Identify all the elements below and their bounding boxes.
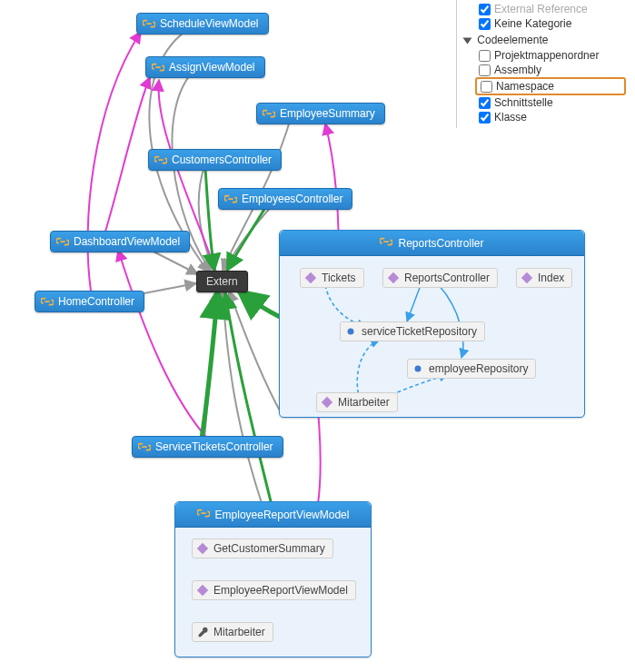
filter-group-codeelemente[interactable]: Codeelemente <box>462 31 626 48</box>
class-icon <box>41 295 54 308</box>
filter-item-external-reference[interactable]: External Reference <box>462 2 626 16</box>
filter-panel: External Reference Keine Kategorie Codee… <box>456 0 626 128</box>
group-header[interactable]: EmployeeReportViewModel <box>175 502 371 528</box>
member-getcustomersummary[interactable]: GetCustomerSummary <box>192 539 333 558</box>
member-label: ReportsController <box>404 272 490 284</box>
group-title: ReportsController <box>398 237 483 250</box>
svg-rect-6 <box>197 543 208 554</box>
node-label: EmployeeSummary <box>280 107 375 120</box>
filter-label: Projektmappenordner <box>494 49 599 62</box>
group-title: EmployeeReportViewModel <box>215 509 350 521</box>
class-icon <box>154 153 167 166</box>
filter-item-keine-kategorie[interactable]: Keine Kategorie <box>462 16 626 31</box>
node-scheduleviewmodel[interactable]: ScheduleViewModel <box>136 13 269 35</box>
member-label: Index <box>538 272 564 284</box>
class-icon <box>263 107 275 120</box>
method-icon <box>196 584 209 597</box>
svg-rect-7 <box>197 585 208 596</box>
svg-point-4 <box>415 366 422 372</box>
method-icon <box>196 542 209 555</box>
node-label: ScheduleViewModel <box>160 17 259 30</box>
member-label: Mitarbeiter <box>338 396 390 409</box>
expand-icon <box>463 37 472 44</box>
member-label: employeeRepository <box>429 362 528 375</box>
field-icon <box>344 325 357 338</box>
class-icon <box>138 440 151 453</box>
filter-item-schnittstelle[interactable]: Schnittstelle <box>462 95 626 110</box>
svg-rect-2 <box>521 272 532 283</box>
class-icon <box>56 235 69 248</box>
group-header[interactable]: ReportsController <box>280 231 584 256</box>
node-employeesummary[interactable]: EmployeeSummary <box>256 103 385 124</box>
member-label: EmployeeReportViewModel <box>213 584 348 597</box>
node-label: CustomersController <box>172 153 272 166</box>
node-label: AssignViewModel <box>169 61 255 74</box>
node-homecontroller[interactable]: HomeController <box>35 291 144 312</box>
checkbox[interactable] <box>479 4 491 15</box>
svg-point-3 <box>348 329 354 335</box>
member-serviceticketrepository[interactable]: serviceTicketRepository <box>340 321 485 341</box>
filter-label: Namespace <box>496 80 554 93</box>
node-customerscontroller[interactable]: CustomersController <box>148 149 282 171</box>
member-label: Mitarbeiter <box>213 626 265 638</box>
filter-item-klasse[interactable]: Klasse <box>462 110 626 124</box>
filter-group-label: Codeelemente <box>477 34 548 46</box>
group-employeereportviewmodel[interactable]: EmployeeReportViewModel GetCustomerSumma… <box>174 501 372 657</box>
class-icon <box>224 193 237 205</box>
node-label: HomeController <box>58 295 134 308</box>
node-label: DashboardViewModel <box>74 235 180 248</box>
filter-item-projektmappenordner[interactable]: Projektmappenordner <box>462 48 626 63</box>
node-serviceticketscontroller[interactable]: ServiceTicketsController <box>132 436 283 458</box>
class-icon <box>143 17 155 30</box>
member-label: serviceTicketRepository <box>362 325 477 338</box>
checkbox[interactable] <box>479 64 491 76</box>
class-icon <box>152 61 164 74</box>
node-label: EmployeesController <box>242 193 342 205</box>
method-icon <box>387 272 400 284</box>
member-reportscontroller[interactable]: ReportsController <box>382 268 498 288</box>
svg-rect-0 <box>305 272 316 283</box>
filter-item-namespace[interactable]: Namespace <box>475 77 626 95</box>
svg-rect-1 <box>388 272 399 283</box>
member-employeerepository[interactable]: employeeRepository <box>407 359 536 379</box>
member-tickets[interactable]: Tickets <box>300 268 364 288</box>
member-label: GetCustomerSummary <box>213 542 325 555</box>
checkbox[interactable] <box>479 18 491 30</box>
checkbox[interactable] <box>479 97 491 109</box>
field-icon <box>412 362 424 375</box>
property-icon <box>196 626 209 638</box>
node-dashboardviewmodel[interactable]: DashboardViewModel <box>50 231 190 252</box>
node-label: ServiceTicketsController <box>155 440 273 453</box>
svg-rect-5 <box>322 397 332 408</box>
method-icon <box>304 272 317 284</box>
filter-label: Schnittstelle <box>494 96 553 109</box>
node-employeescontroller[interactable]: EmployeesController <box>218 188 352 210</box>
filter-item-assembly[interactable]: Assembly <box>462 63 626 77</box>
member-mitarbeiter-prop[interactable]: Mitarbeiter <box>192 622 273 642</box>
class-icon <box>197 507 210 522</box>
member-mitarbeiter[interactable]: Mitarbeiter <box>316 392 398 412</box>
node-assignviewmodel[interactable]: AssignViewModel <box>145 56 265 78</box>
member-ctor[interactable]: EmployeeReportViewModel <box>192 580 356 600</box>
class-icon <box>380 235 392 251</box>
node-label: Extern <box>206 275 238 288</box>
filter-label: External Reference <box>494 3 588 15</box>
checkbox[interactable] <box>481 81 492 93</box>
filter-label: Klasse <box>494 111 527 124</box>
method-icon <box>321 396 333 409</box>
filter-label: Keine Kategorie <box>494 17 571 30</box>
node-extern[interactable]: Extern <box>196 271 248 292</box>
member-label: Tickets <box>322 272 356 284</box>
checkbox[interactable] <box>479 112 491 124</box>
checkbox[interactable] <box>479 50 491 62</box>
filter-label: Assembly <box>494 64 541 76</box>
group-reportscontroller[interactable]: ReportsController Tickets ReportsControl… <box>279 230 585 418</box>
member-index[interactable]: Index <box>516 268 572 288</box>
method-icon <box>521 272 533 284</box>
